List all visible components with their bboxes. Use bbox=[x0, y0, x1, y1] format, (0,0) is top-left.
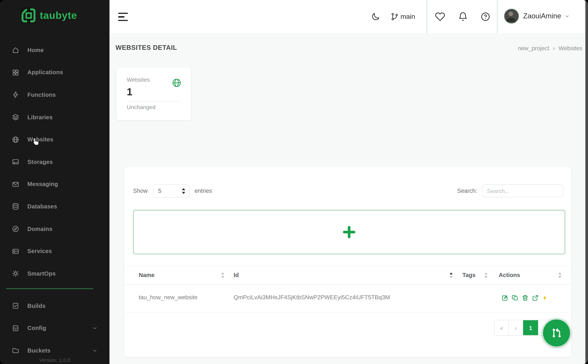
menu-toggle-icon[interactable] bbox=[118, 13, 128, 23]
sort-icon[interactable] bbox=[484, 272, 488, 278]
page-title: WEBSITES DETAIL bbox=[116, 44, 177, 52]
plus-icon bbox=[342, 225, 356, 239]
trash-icon[interactable] bbox=[522, 294, 529, 302]
sidebar-divider bbox=[6, 288, 93, 289]
add-website-button[interactable] bbox=[133, 210, 565, 254]
globe-icon bbox=[171, 78, 182, 88]
gear-icon bbox=[12, 270, 20, 278]
chevron-down-icon bbox=[92, 325, 98, 331]
edit-icon[interactable] bbox=[501, 294, 509, 302]
user-menu[interactable]: ZaouiAmine bbox=[503, 8, 570, 24]
copy-icon[interactable] bbox=[511, 294, 519, 302]
server-icon bbox=[12, 247, 20, 255]
websites-table-card: Show 5 entries Search: Name Id Ta bbox=[124, 167, 571, 357]
dark-mode-icon[interactable] bbox=[371, 12, 380, 21]
bell-icon[interactable] bbox=[458, 12, 468, 22]
page-size-value: 5 bbox=[158, 188, 162, 194]
open-external-icon[interactable] bbox=[532, 294, 539, 302]
pagination-prev[interactable]: ‹ bbox=[509, 320, 523, 335]
sidebar: taubyte Home Applications Functions Libr… bbox=[0, 0, 110, 364]
stat-value: 1 bbox=[127, 86, 132, 98]
app-window: taubyte Home Applications Functions Libr… bbox=[0, 0, 588, 364]
column-header-tags[interactable]: Tags bbox=[462, 272, 476, 279]
search-label: Search: bbox=[457, 188, 477, 194]
column-header-name[interactable]: Name bbox=[139, 272, 155, 279]
chevron-down-icon bbox=[565, 14, 570, 19]
sidebar-item-builds[interactable]: Builds bbox=[0, 295, 110, 317]
topbar-divider bbox=[497, 0, 497, 33]
sort-icon[interactable] bbox=[221, 272, 225, 278]
app-version: Version: 1.0.0 bbox=[0, 357, 110, 363]
taubyte-logo-icon bbox=[21, 8, 36, 23]
search-input[interactable] bbox=[482, 184, 563, 197]
heart-icon[interactable] bbox=[435, 12, 445, 22]
cell-id: QmPciLvAi3MHsJF4SjKtbSNwP2PWEEyi5Cz4iUFT… bbox=[234, 294, 390, 301]
compass-icon bbox=[12, 225, 20, 233]
help-icon[interactable] bbox=[480, 12, 490, 22]
brand-name: taubyte bbox=[40, 10, 77, 21]
brand-logo[interactable]: taubyte bbox=[21, 8, 77, 23]
sidebar-item-libraries[interactable]: Libraries bbox=[0, 106, 110, 129]
column-header-actions[interactable]: Actions bbox=[499, 272, 520, 279]
page-size-select[interactable]: 5 bbox=[153, 184, 189, 198]
envelope-icon bbox=[12, 180, 20, 188]
stat-status: Unchanged bbox=[127, 104, 156, 110]
cell-name: tau_how_new_website bbox=[139, 294, 198, 301]
sidebar-item-domains[interactable]: Domains bbox=[0, 218, 110, 240]
sort-icon[interactable] bbox=[558, 272, 562, 278]
chevron-down-icon bbox=[92, 348, 98, 353]
sidebar-item-home[interactable]: Home bbox=[0, 39, 110, 61]
stat-divider bbox=[127, 101, 181, 102]
breadcrumb: new_project › Websites bbox=[518, 45, 582, 52]
pagination-page-1[interactable]: 1 bbox=[523, 320, 538, 335]
topbar: main ZaouiAmine bbox=[110, 0, 588, 34]
sidebar-nav: Home Applications Functions Libraries We… bbox=[0, 39, 110, 285]
breadcrumb-current[interactable]: Websites bbox=[559, 45, 582, 52]
sidebar-item-messaging[interactable]: Messaging bbox=[0, 173, 110, 195]
table-row: tau_how_new_website QmPciLvAi3MHsJF4SjKt… bbox=[124, 284, 571, 313]
trigger-bolt-icon[interactable] bbox=[542, 294, 549, 302]
sidebar-item-functions[interactable]: Functions bbox=[0, 84, 110, 106]
git-branch-icon bbox=[390, 12, 399, 21]
git-actions-fab[interactable] bbox=[543, 319, 570, 346]
folder-icon bbox=[12, 347, 20, 355]
main-content: WEBSITES DETAIL new_project › Websites W… bbox=[110, 33, 588, 364]
branch-name: main bbox=[400, 13, 415, 21]
checkbox-icon bbox=[12, 302, 20, 310]
stat-label: Websites bbox=[127, 77, 150, 83]
git-pull-icon bbox=[550, 326, 563, 339]
archive-icon bbox=[12, 324, 20, 332]
home-icon bbox=[12, 46, 20, 54]
sidebar-item-storages[interactable]: Storages bbox=[0, 151, 110, 173]
lightning-icon bbox=[12, 91, 20, 99]
sort-icon-active[interactable] bbox=[449, 272, 453, 278]
database-icon bbox=[12, 203, 20, 211]
user-name: ZaouiAmine bbox=[523, 12, 561, 20]
breadcrumb-project[interactable]: new_project bbox=[518, 45, 549, 52]
entries-label: entries bbox=[195, 188, 212, 194]
sidebar-item-databases[interactable]: Databases bbox=[0, 195, 110, 218]
hard-drive-icon bbox=[12, 158, 20, 166]
layers-icon bbox=[12, 113, 20, 121]
column-header-id[interactable]: Id bbox=[234, 272, 239, 279]
breadcrumb-separator: › bbox=[553, 45, 555, 52]
websites-stat-card: Websites 1 Unchanged bbox=[117, 67, 191, 120]
row-actions bbox=[501, 294, 549, 302]
sidebar-item-smartops[interactable]: SmartOps bbox=[0, 262, 110, 285]
sidebar-item-applications[interactable]: Applications bbox=[0, 61, 110, 84]
sidebar-nav-secondary: Builds Config Buckets bbox=[0, 295, 110, 362]
topbar-divider bbox=[426, 0, 427, 33]
grid-icon bbox=[12, 69, 20, 77]
branch-selector[interactable]: main bbox=[390, 12, 415, 21]
pagination-first[interactable]: « bbox=[495, 320, 509, 335]
show-label: Show bbox=[133, 188, 148, 194]
sidebar-item-services[interactable]: Services bbox=[0, 240, 110, 262]
avatar bbox=[503, 8, 519, 24]
sidebar-item-websites[interactable]: Websites bbox=[0, 128, 110, 151]
globe-icon bbox=[12, 136, 20, 143]
select-arrows-icon bbox=[182, 188, 186, 194]
scrollbar[interactable] bbox=[585, 0, 588, 364]
sidebar-item-config[interactable]: Config bbox=[0, 317, 110, 339]
table-header-row: Name Id Tags Actions bbox=[124, 266, 571, 285]
